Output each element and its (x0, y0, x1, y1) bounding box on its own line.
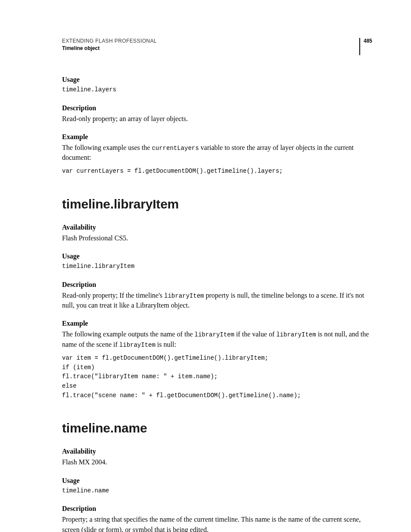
inline-code-libraryitem: libraryItem (194, 331, 234, 338)
inline-code-libraryitem: libraryItem (276, 331, 316, 338)
section-timeline-layers: Usage timeline.layers Description Read-o… (62, 76, 372, 176)
description-text: Read-only property; If the timeline's li… (62, 290, 372, 310)
header-subtitle: Timeline object (62, 45, 359, 51)
page-header: EXTENDING FLASH PROFESSIONAL Timeline ob… (62, 38, 372, 55)
section-timeline-libraryitem: Availability Flash Professional CS5. Usa… (62, 224, 372, 400)
availability-label: Availability (62, 448, 372, 455)
usage-label: Usage (62, 477, 372, 485)
example-label: Example (62, 133, 372, 141)
ex-p2: if the value of (234, 330, 276, 338)
header-left: EXTENDING FLASH PROFESSIONAL Timeline ob… (62, 38, 359, 51)
description-label: Description (62, 104, 372, 112)
page-number-rule (359, 38, 360, 55)
example-text: The following example outputs the name o… (62, 329, 372, 349)
heading-libraryitem: timeline.libraryItem (62, 197, 372, 212)
example-text: The following example uses the currentLa… (62, 143, 372, 162)
heading-name: timeline.name (62, 421, 372, 436)
description-label: Description (62, 505, 372, 513)
description-text: Read-only property; an array of layer ob… (62, 114, 372, 124)
availability-text: Flash MX 2004. (62, 457, 372, 467)
usage-code: timeline.libraryItem (62, 262, 372, 271)
description-text: Property; a string that specifies the na… (62, 514, 372, 532)
inline-code-librayitem: librayItem (119, 342, 156, 348)
inline-code-currentlayers: currentLayers (152, 145, 199, 152)
inline-code-libraryitem: libraryItem (164, 292, 204, 299)
usage-code: timeline.layers (62, 85, 372, 95)
page-number-block: 485 (359, 38, 372, 55)
example-code-block: var item = fl.getDocumentDOM().getTimeli… (62, 354, 372, 400)
desc-pre: Read-only property; If the timeline's (62, 292, 164, 299)
usage-label: Usage (62, 76, 372, 84)
section-timeline-name: Availability Flash MX 2004. Usage timeli… (62, 448, 372, 532)
description-label: Description (62, 281, 372, 289)
ex-p4: is null: (156, 341, 176, 348)
example-label: Example (62, 320, 372, 327)
availability-label: Availability (62, 224, 372, 231)
availability-text: Flash Professional CS5. (62, 233, 372, 243)
example-code-block: var currentLayers = fl.getDocumentDOM().… (62, 167, 372, 176)
page-number: 485 (364, 38, 372, 44)
usage-label: Usage (62, 252, 372, 260)
header-title: EXTENDING FLASH PROFESSIONAL (62, 38, 359, 44)
ex-p1: The following example outputs the name o… (62, 330, 194, 338)
usage-code: timeline.name (62, 486, 372, 496)
example-text-pre: The following example uses the (62, 144, 152, 151)
